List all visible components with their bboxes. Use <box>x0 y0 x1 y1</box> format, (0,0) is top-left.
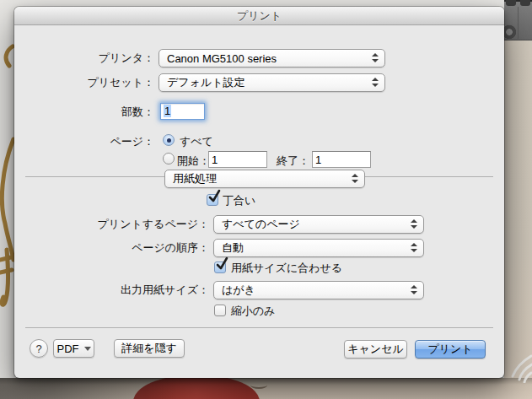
help-button[interactable]: ? <box>30 339 48 358</box>
printer-value: Canon MG5100 series <box>167 52 277 65</box>
settings-pane-select[interactable]: 用紙処理 <box>164 170 365 188</box>
copies-label: 部数： <box>14 105 154 119</box>
collate-checkbox[interactable] <box>207 194 218 206</box>
popup-arrows-icon <box>352 174 358 186</box>
preset-value: デフォルト設定 <box>167 75 245 90</box>
chevron-down-icon <box>84 347 91 351</box>
pages-all-radio[interactable] <box>163 134 175 146</box>
calligraphy-strokes <box>0 34 14 354</box>
pages-to-print-value: すべてのページ <box>222 217 300 232</box>
dialog-title: プリント <box>237 9 282 22</box>
popup-arrows-icon <box>372 78 379 89</box>
destination-paper-size-select[interactable]: はがき <box>213 281 424 299</box>
preset-select[interactable]: デフォルト設定 <box>159 73 385 92</box>
cancel-label: キャンセル <box>347 342 404 357</box>
pages-from-label: 開始： <box>177 154 210 167</box>
destination-paper-size-value: はがき <box>222 283 255 298</box>
background-artwork-bottom <box>0 378 532 399</box>
pages-range-radio[interactable] <box>163 153 175 164</box>
popup-arrows-icon <box>411 285 417 297</box>
checkmark-icon <box>207 190 221 203</box>
scale-to-fit-label: 用紙サイズに合わせる <box>231 262 342 274</box>
hide-details-label: 詳細を隠す <box>121 341 177 356</box>
toolbar-button-icon <box>506 0 516 6</box>
scale-down-only-label: 縮小のみ <box>231 305 276 317</box>
popup-arrows-icon <box>411 219 417 231</box>
printer-label: プリンタ： <box>14 51 154 65</box>
scale-down-only-checkbox[interactable] <box>214 305 226 316</box>
page-order-label: ページの順序： <box>14 241 209 255</box>
dialog-shadow <box>0 378 532 385</box>
pane-value: 用紙処理 <box>173 171 217 186</box>
print-button[interactable]: プリント <box>415 340 486 359</box>
copies-value: 1 <box>164 105 171 117</box>
hide-details-button[interactable]: 詳細を隠す <box>114 339 185 358</box>
pages-all-label: すべて <box>180 135 213 148</box>
collate-label: 丁合い <box>223 194 255 207</box>
page-order-value: 自動 <box>222 240 244 256</box>
page-order-select[interactable]: 自動 <box>213 239 424 257</box>
pages-label: ページ： <box>14 135 154 148</box>
popup-arrows-icon <box>372 53 379 65</box>
background-artwork-right <box>504 0 532 399</box>
pdf-label: PDF <box>57 342 79 355</box>
scale-to-fit-checkbox[interactable] <box>214 262 226 273</box>
help-glyph: ? <box>35 342 41 355</box>
copies-input[interactable]: 1 <box>160 103 205 120</box>
printer-select[interactable]: Canon MG5100 series <box>159 49 385 67</box>
cancel-button[interactable]: キャンセル <box>344 340 407 359</box>
preset-label: プリセット： <box>14 76 154 89</box>
hair-strokes <box>506 354 532 383</box>
pages-to-print-label: プリントするページ： <box>14 218 209 231</box>
popup-arrows-icon <box>411 243 417 255</box>
destination-paper-size-label: 出力用紙サイズ： <box>14 283 209 297</box>
checkmark-icon <box>215 257 228 271</box>
separator <box>25 327 493 328</box>
print-dialog: プリント プリンタ： Canon MG5100 series プリセット： デフ… <box>14 7 504 378</box>
pdf-menu-button[interactable]: PDF <box>53 339 94 358</box>
toolbar-button-icon <box>520 0 530 6</box>
pages-to-label: 終了： <box>277 154 309 167</box>
dialog-titlebar[interactable]: プリント <box>14 7 504 25</box>
print-label: プリント <box>427 342 472 357</box>
pages-to-print-select[interactable]: すべてのページ <box>213 215 424 234</box>
toolbar-divider <box>518 7 519 39</box>
pages-to-input[interactable] <box>312 151 371 168</box>
pages-from-input[interactable] <box>208 151 267 168</box>
